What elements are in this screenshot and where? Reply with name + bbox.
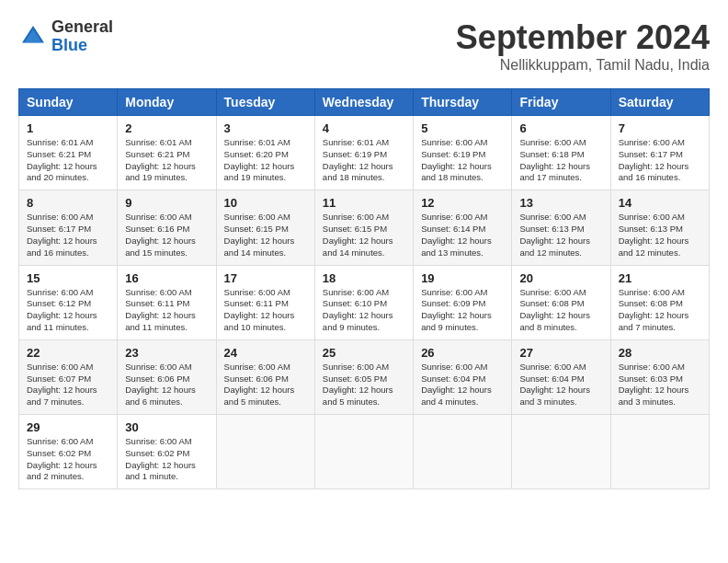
day-number: 21 bbox=[619, 271, 701, 285]
day-info: Sunrise: 6:00 AM Sunset: 6:16 PM Dayligh… bbox=[125, 212, 208, 259]
day-number: 3 bbox=[224, 121, 307, 135]
calendar-cell: 9 Sunrise: 6:00 AM Sunset: 6:16 PM Dayli… bbox=[118, 190, 216, 265]
day-number: 29 bbox=[27, 420, 109, 434]
day-number: 13 bbox=[519, 196, 602, 210]
calendar-cell: 27 Sunrise: 6:00 AM Sunset: 6:04 PM Dayl… bbox=[512, 339, 610, 414]
day-info: Sunrise: 6:00 AM Sunset: 6:11 PM Dayligh… bbox=[224, 287, 307, 334]
calendar-cell bbox=[610, 415, 709, 489]
day-number: 7 bbox=[619, 121, 701, 135]
day-info: Sunrise: 6:00 AM Sunset: 6:19 PM Dayligh… bbox=[421, 137, 504, 184]
day-info: Sunrise: 6:00 AM Sunset: 6:06 PM Dayligh… bbox=[224, 362, 307, 408]
calendar-week-4: 22 Sunrise: 6:00 AM Sunset: 6:07 PM Dayl… bbox=[19, 339, 710, 414]
day-info: Sunrise: 6:00 AM Sunset: 6:15 PM Dayligh… bbox=[224, 212, 307, 259]
day-info: Sunrise: 6:00 AM Sunset: 6:17 PM Dayligh… bbox=[27, 212, 109, 259]
calendar-cell: 26 Sunrise: 6:00 AM Sunset: 6:04 PM Dayl… bbox=[414, 339, 512, 414]
day-number: 8 bbox=[27, 196, 109, 210]
day-number: 14 bbox=[619, 196, 701, 210]
calendar-cell: 23 Sunrise: 6:00 AM Sunset: 6:06 PM Dayl… bbox=[118, 339, 216, 414]
day-info: Sunrise: 6:00 AM Sunset: 6:05 PM Dayligh… bbox=[323, 362, 405, 408]
calendar-cell: 3 Sunrise: 6:01 AM Sunset: 6:20 PM Dayli… bbox=[216, 116, 314, 190]
day-info: Sunrise: 6:01 AM Sunset: 6:20 PM Dayligh… bbox=[224, 137, 307, 184]
calendar-header-saturday: Saturday bbox=[610, 89, 709, 116]
calendar-week-5: 29 Sunrise: 6:00 AM Sunset: 6:02 PM Dayl… bbox=[19, 415, 710, 489]
calendar-cell: 30 Sunrise: 6:00 AM Sunset: 6:02 PM Dayl… bbox=[118, 415, 216, 489]
calendar-cell bbox=[216, 415, 314, 489]
day-info: Sunrise: 6:00 AM Sunset: 6:11 PM Dayligh… bbox=[125, 287, 208, 334]
calendar-cell: 8 Sunrise: 6:00 AM Sunset: 6:17 PM Dayli… bbox=[19, 190, 118, 265]
calendar-cell: 20 Sunrise: 6:00 AM Sunset: 6:08 PM Dayl… bbox=[512, 265, 610, 339]
calendar-cell: 19 Sunrise: 6:00 AM Sunset: 6:09 PM Dayl… bbox=[414, 265, 512, 339]
day-info: Sunrise: 6:00 AM Sunset: 6:14 PM Dayligh… bbox=[421, 212, 504, 259]
calendar-cell: 6 Sunrise: 6:00 AM Sunset: 6:18 PM Dayli… bbox=[512, 116, 610, 190]
calendar-cell: 18 Sunrise: 6:00 AM Sunset: 6:10 PM Dayl… bbox=[314, 265, 413, 339]
calendar-header-sunday: Sunday bbox=[19, 89, 118, 116]
day-number: 10 bbox=[224, 196, 307, 210]
day-info: Sunrise: 6:00 AM Sunset: 6:02 PM Dayligh… bbox=[27, 436, 109, 483]
day-number: 19 bbox=[421, 271, 504, 285]
day-number: 18 bbox=[323, 271, 405, 285]
day-info: Sunrise: 6:00 AM Sunset: 6:06 PM Dayligh… bbox=[125, 362, 208, 408]
calendar-cell: 4 Sunrise: 6:01 AM Sunset: 6:19 PM Dayli… bbox=[314, 116, 413, 190]
logo-icon bbox=[18, 22, 48, 52]
day-info: Sunrise: 6:01 AM Sunset: 6:21 PM Dayligh… bbox=[125, 137, 208, 184]
calendar-header-wednesday: Wednesday bbox=[314, 89, 413, 116]
location-title: Nellikkuppam, Tamil Nadu, India bbox=[456, 57, 710, 74]
calendar-cell: 5 Sunrise: 6:00 AM Sunset: 6:19 PM Dayli… bbox=[414, 116, 512, 190]
day-info: Sunrise: 6:00 AM Sunset: 6:18 PM Dayligh… bbox=[519, 137, 602, 184]
day-info: Sunrise: 6:01 AM Sunset: 6:19 PM Dayligh… bbox=[323, 137, 405, 184]
day-info: Sunrise: 6:00 AM Sunset: 6:03 PM Dayligh… bbox=[619, 362, 701, 408]
calendar-cell: 24 Sunrise: 6:00 AM Sunset: 6:06 PM Dayl… bbox=[216, 339, 314, 414]
day-number: 2 bbox=[125, 121, 208, 135]
day-info: Sunrise: 6:00 AM Sunset: 6:13 PM Dayligh… bbox=[519, 212, 602, 259]
day-info: Sunrise: 6:00 AM Sunset: 6:08 PM Dayligh… bbox=[619, 287, 701, 334]
calendar-cell bbox=[414, 415, 512, 489]
logo: General Blue bbox=[18, 18, 113, 55]
calendar-cell: 2 Sunrise: 6:01 AM Sunset: 6:21 PM Dayli… bbox=[118, 116, 216, 190]
calendar-cell: 21 Sunrise: 6:00 AM Sunset: 6:08 PM Dayl… bbox=[610, 265, 709, 339]
calendar-cell: 25 Sunrise: 6:00 AM Sunset: 6:05 PM Dayl… bbox=[314, 339, 413, 414]
calendar-header-row: SundayMondayTuesdayWednesdayThursdayFrid… bbox=[19, 89, 710, 116]
calendar-cell: 13 Sunrise: 6:00 AM Sunset: 6:13 PM Dayl… bbox=[512, 190, 610, 265]
calendar-cell: 11 Sunrise: 6:00 AM Sunset: 6:15 PM Dayl… bbox=[314, 190, 413, 265]
logo-general-text: General bbox=[51, 18, 113, 37]
calendar-week-1: 1 Sunrise: 6:01 AM Sunset: 6:21 PM Dayli… bbox=[19, 116, 710, 190]
day-info: Sunrise: 6:00 AM Sunset: 6:10 PM Dayligh… bbox=[323, 287, 405, 334]
day-number: 4 bbox=[323, 121, 405, 135]
calendar-cell: 7 Sunrise: 6:00 AM Sunset: 6:17 PM Dayli… bbox=[610, 116, 709, 190]
day-number: 12 bbox=[421, 196, 504, 210]
calendar-cell: 28 Sunrise: 6:00 AM Sunset: 6:03 PM Dayl… bbox=[610, 339, 709, 414]
day-info: Sunrise: 6:00 AM Sunset: 6:09 PM Dayligh… bbox=[421, 287, 504, 334]
day-info: Sunrise: 6:00 AM Sunset: 6:04 PM Dayligh… bbox=[421, 362, 504, 408]
month-title: September 2024 bbox=[456, 18, 710, 57]
day-number: 24 bbox=[224, 346, 307, 360]
day-number: 22 bbox=[27, 346, 109, 360]
calendar-header-friday: Friday bbox=[512, 89, 610, 116]
page-header: General Blue September 2024 Nellikkuppam… bbox=[18, 18, 710, 74]
day-number: 30 bbox=[125, 420, 208, 434]
calendar-cell: 14 Sunrise: 6:00 AM Sunset: 6:13 PM Dayl… bbox=[610, 190, 709, 265]
calendar-cell: 17 Sunrise: 6:00 AM Sunset: 6:11 PM Dayl… bbox=[216, 265, 314, 339]
calendar-cell: 29 Sunrise: 6:00 AM Sunset: 6:02 PM Dayl… bbox=[19, 415, 118, 489]
calendar-table: SundayMondayTuesdayWednesdayThursdayFrid… bbox=[18, 88, 710, 489]
logo-blue-text: Blue bbox=[51, 37, 113, 55]
day-info: Sunrise: 6:00 AM Sunset: 6:12 PM Dayligh… bbox=[27, 287, 109, 334]
day-number: 6 bbox=[519, 121, 602, 135]
day-info: Sunrise: 6:00 AM Sunset: 6:17 PM Dayligh… bbox=[619, 137, 701, 184]
day-info: Sunrise: 6:00 AM Sunset: 6:08 PM Dayligh… bbox=[519, 287, 602, 334]
calendar-header-thursday: Thursday bbox=[414, 89, 512, 116]
day-number: 28 bbox=[619, 346, 701, 360]
day-info: Sunrise: 6:01 AM Sunset: 6:21 PM Dayligh… bbox=[27, 137, 109, 184]
calendar-cell: 22 Sunrise: 6:00 AM Sunset: 6:07 PM Dayl… bbox=[19, 339, 118, 414]
day-info: Sunrise: 6:00 AM Sunset: 6:02 PM Dayligh… bbox=[125, 436, 208, 483]
calendar-cell: 10 Sunrise: 6:00 AM Sunset: 6:15 PM Dayl… bbox=[216, 190, 314, 265]
day-info: Sunrise: 6:00 AM Sunset: 6:13 PM Dayligh… bbox=[619, 212, 701, 259]
calendar-cell: 12 Sunrise: 6:00 AM Sunset: 6:14 PM Dayl… bbox=[414, 190, 512, 265]
day-number: 9 bbox=[125, 196, 208, 210]
calendar-cell: 15 Sunrise: 6:00 AM Sunset: 6:12 PM Dayl… bbox=[19, 265, 118, 339]
calendar-week-2: 8 Sunrise: 6:00 AM Sunset: 6:17 PM Dayli… bbox=[19, 190, 710, 265]
day-number: 27 bbox=[519, 346, 602, 360]
calendar-cell: 16 Sunrise: 6:00 AM Sunset: 6:11 PM Dayl… bbox=[118, 265, 216, 339]
day-number: 25 bbox=[323, 346, 405, 360]
day-number: 15 bbox=[27, 271, 109, 285]
day-info: Sunrise: 6:00 AM Sunset: 6:15 PM Dayligh… bbox=[323, 212, 405, 259]
